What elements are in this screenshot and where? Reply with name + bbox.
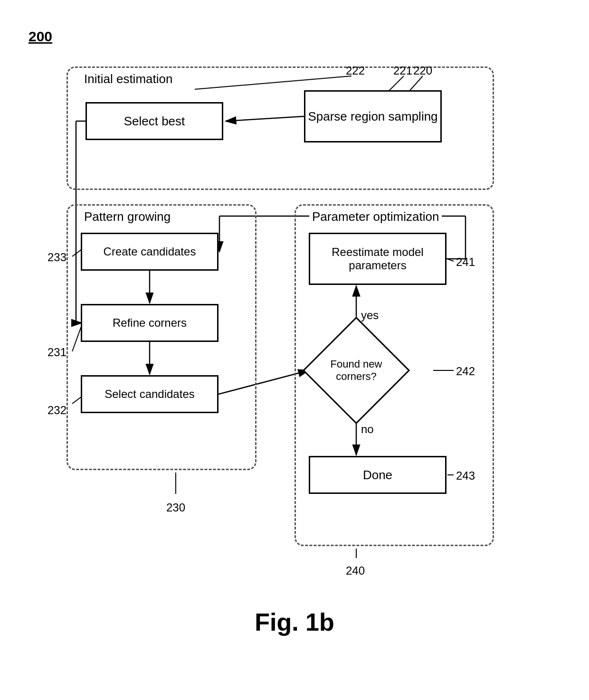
select-candidates-label: Select candidates [104,388,194,401]
create-candidates-box: Create candidates [81,233,218,271]
refine-corners-label: Refine corners [113,316,187,330]
ref-222: 222 [346,64,365,77]
sparse-region-sampling-box: Sparse region sampling [304,90,442,142]
ref-231: 231 [48,346,66,359]
parameter-optimization-label: Parameter optimization [309,209,442,224]
found-new-corners-diamond: Found new corners? [309,323,404,418]
refine-corners-box: Refine corners [81,304,218,342]
ref-241: 241 [456,255,475,269]
figure-label: Fig. 1b [255,608,334,636]
select-best-box: Select best [86,102,223,140]
ref-232: 232 [48,404,66,417]
create-candidates-label: Create candidates [104,245,196,258]
ref-242: 242 [456,365,475,378]
select-candidates-box: Select candidates [81,375,218,413]
ref-221: 221 [393,64,412,77]
diamond-label: Found new corners? [309,323,404,418]
ref-220: 220 [413,64,432,77]
done-label: Done [363,468,392,482]
ref-243: 243 [456,469,475,482]
sparse-region-label: Sparse region sampling [308,109,437,124]
done-box: Done [309,456,446,494]
main-diagram-label: 200 [28,28,52,45]
ref-233: 233 [48,251,66,264]
select-best-label: Select best [124,114,185,129]
no-label: no [361,423,374,436]
initial-estimation-label: Initial estimation [81,72,175,86]
ref-230: 230 [166,501,185,514]
yes-label: yes [361,309,379,322]
reestimate-model-box: Reestimate model parameters [309,233,446,285]
reestimate-label: Reestimate model parameters [310,246,445,272]
pattern-growing-label: Pattern growing [81,209,173,224]
ref-240: 240 [346,564,365,577]
